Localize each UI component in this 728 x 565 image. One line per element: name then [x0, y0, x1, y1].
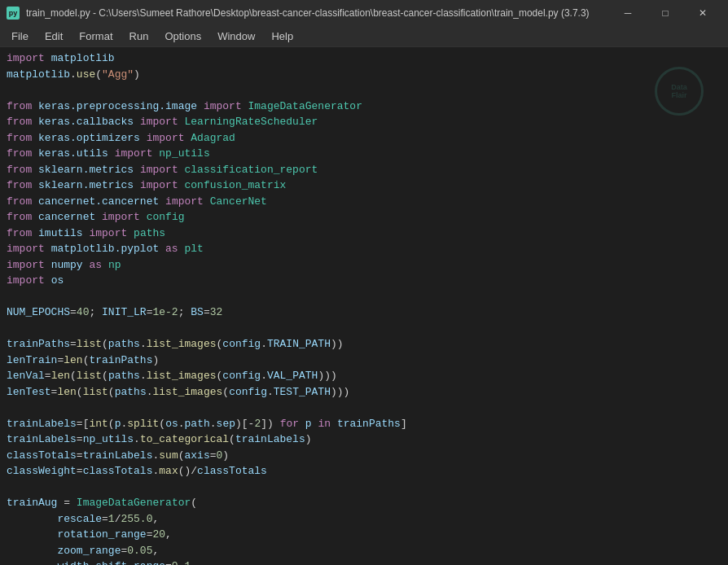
maximize-button[interactable]: □: [647, 0, 684, 26]
title-bar-title: train_model.py - C:\Users\Sumeet Rathore…: [26, 7, 590, 19]
menu-format[interactable]: Format: [71, 28, 121, 46]
title-bar: py train_model.py - C:\Users\Sumeet Rath…: [0, 0, 728, 26]
minimize-button[interactable]: ─: [609, 0, 647, 26]
menu-bar: File Edit Format Run Options Window Help: [0, 26, 728, 47]
menu-help[interactable]: Help: [263, 28, 301, 46]
code-editor[interactable]: Data Flair import matplotlib matplotlib.…: [0, 47, 728, 565]
app-icon: py: [7, 7, 20, 20]
title-bar-left: py train_model.py - C:\Users\Sumeet Rath…: [7, 7, 590, 20]
code-content: import matplotlib matplotlib.use("Agg") …: [0, 50, 728, 565]
menu-window[interactable]: Window: [209, 28, 263, 46]
window-controls[interactable]: ─ □ ✕: [609, 0, 721, 26]
menu-options[interactable]: Options: [156, 28, 209, 46]
menu-run[interactable]: Run: [121, 28, 157, 46]
close-button[interactable]: ✕: [684, 0, 721, 26]
menu-file[interactable]: File: [3, 28, 37, 46]
menu-edit[interactable]: Edit: [37, 28, 71, 46]
